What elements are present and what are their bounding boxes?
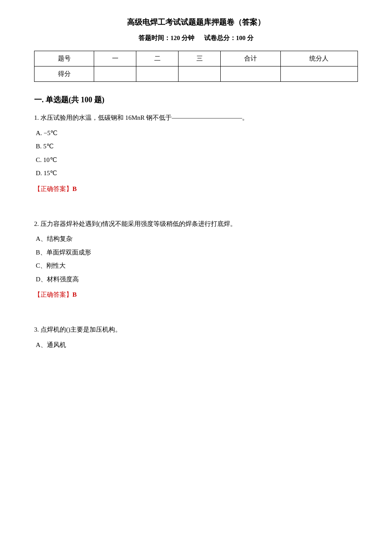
question-1-number: 1. xyxy=(34,114,40,121)
question-2-answer-label: 【正确答案】 xyxy=(34,291,72,298)
question-2-option-d: D、材料强度高 xyxy=(34,274,358,285)
score-table-header-row: 题号 一 二 三 合计 统分人 xyxy=(35,51,358,66)
exam-time: 答题时间：120 分钟 xyxy=(138,35,194,41)
exam-score: 试卷总分：100 分 xyxy=(204,35,254,41)
question-3-body: 点焊机的()主要是加压机构。 xyxy=(40,326,121,333)
col-header-2: 二 xyxy=(136,51,179,66)
question-1-answer: 【正确答案】B xyxy=(34,185,358,193)
question-1-option-d: D. 15℃ xyxy=(34,168,358,179)
question-1-answer-value: B xyxy=(72,185,77,192)
question-2-answer-value: B xyxy=(72,291,77,298)
score-table-data-row: 得分 xyxy=(35,66,358,82)
score-3 xyxy=(179,66,221,82)
col-header-scorer: 统分人 xyxy=(280,51,358,66)
question-2-option-c: C、刚性大 xyxy=(34,260,358,272)
question-2-option-b: B、单面焊双面成形 xyxy=(34,247,358,258)
page-title: 高级电焊工考试试题题库押题卷（答案） xyxy=(34,17,358,27)
question-1-answer-label: 【正确答案】 xyxy=(34,185,72,192)
exam-info: 答题时间：120 分钟 试卷总分：100 分 xyxy=(34,34,358,42)
question-3-option-a: A、通风机 xyxy=(34,340,358,351)
question-block-3: 3. 点焊机的()主要是加压机构。 A、通风机 xyxy=(34,324,358,350)
question-2-body: 压力容器焊补处遇到()情况不能采用强度等级稍低的焊条进行打底焊。 xyxy=(40,220,236,227)
question-block-1: 1. 水压试验用的水温，低碳钢和 16MnR 钢不低于———————————。 … xyxy=(34,113,358,193)
score-scorer xyxy=(280,66,358,82)
question-1-text: 1. 水压试验用的水温，低碳钢和 16MnR 钢不低于———————————。 xyxy=(34,113,358,124)
section1-title: 一. 单选题(共 100 题) xyxy=(34,95,358,105)
question-3-number: 3. xyxy=(34,326,40,333)
col-header-1: 一 xyxy=(94,51,136,66)
question-2-option-a: A、结构复杂 xyxy=(34,234,358,245)
question-block-2: 2. 压力容器焊补处遇到()情况不能采用强度等级稍低的焊条进行打底焊。 A、结构… xyxy=(34,219,358,299)
score-table: 题号 一 二 三 合计 统分人 得分 xyxy=(34,51,358,82)
col-header-total: 合计 xyxy=(221,51,280,66)
question-2-answer: 【正确答案】B xyxy=(34,291,358,299)
score-2 xyxy=(136,66,179,82)
score-label: 得分 xyxy=(35,66,94,82)
question-2-number: 2. xyxy=(34,220,40,227)
score-1 xyxy=(94,66,136,82)
col-header-3: 三 xyxy=(179,51,221,66)
question-1-body: 水压试验用的水温，低碳钢和 16MnR 钢不低于———————————。 xyxy=(40,114,248,121)
col-header-tihao: 题号 xyxy=(35,51,94,66)
question-1-option-a: A. −5℃ xyxy=(34,128,358,139)
score-total xyxy=(221,66,280,82)
question-2-text: 2. 压力容器焊补处遇到()情况不能采用强度等级稍低的焊条进行打底焊。 xyxy=(34,219,358,230)
question-1-option-c: C. 10℃ xyxy=(34,155,358,166)
question-1-option-b: B. 5℃ xyxy=(34,141,358,152)
question-3-text: 3. 点焊机的()主要是加压机构。 xyxy=(34,324,358,335)
